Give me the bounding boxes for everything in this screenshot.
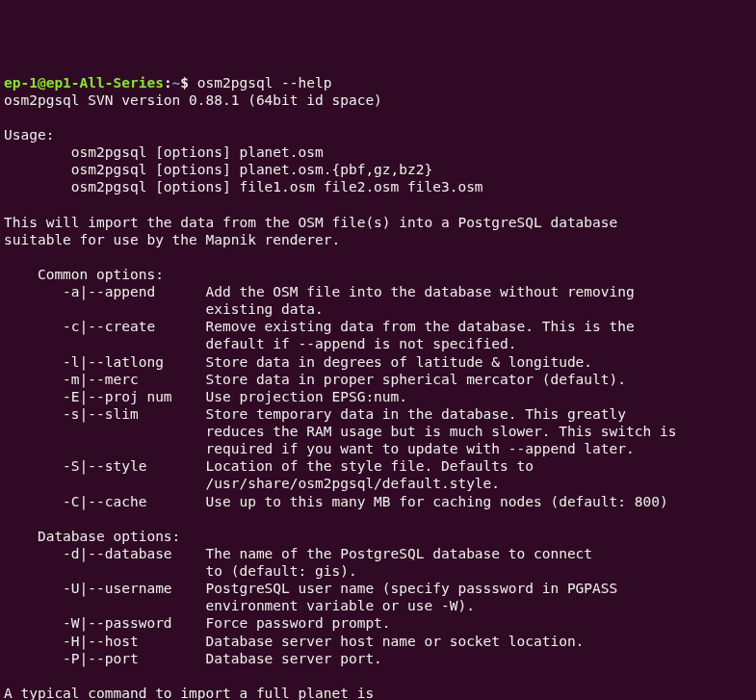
line-opt-slim2: reduces the RAM usage but is much slower… <box>4 424 676 439</box>
command-input[interactable]: osm2pgsql --help <box>197 75 332 91</box>
line-opt-host: -H|--host Database server host name or s… <box>4 634 584 649</box>
line-typical1: A typical command to import a full plane… <box>4 686 374 700</box>
line-opt-proj: -E|--proj num Use projection EPSG:num. <box>4 389 407 404</box>
line-usage2: osm2pgsql [options] planet.osm.{pbf,gz,b… <box>4 162 432 177</box>
line-usage3: osm2pgsql [options] file1.osm file2.osm … <box>4 179 483 194</box>
prompt-sep2: $ <box>180 75 196 91</box>
line-opt-user1: -U|--username PostgreSQL user name (spec… <box>4 581 617 596</box>
line-desc1: This will import the data from the OSM f… <box>4 215 617 230</box>
line-opt-slim3: required if you want to update with --ap… <box>4 441 635 456</box>
line-opt-style1: -S|--style Location of the style file. D… <box>4 458 534 474</box>
line-common-header: Common options: <box>4 267 164 282</box>
line-opt-port: -P|--port Database server port. <box>4 651 382 666</box>
line-opt-db1: -d|--database The name of the PostgreSQL… <box>4 546 592 561</box>
line-opt-cache: -C|--cache Use up to this many MB for ca… <box>4 494 668 509</box>
line-opt-append1: -a|--append Add the OSM file into the da… <box>4 284 635 299</box>
line-opt-db2: to (default: gis). <box>4 563 357 579</box>
line-opt-slim1: -s|--slim Store temporary data in the da… <box>4 406 626 422</box>
line-usage1: osm2pgsql [options] planet.osm <box>4 144 324 160</box>
prompt-sep1: : <box>164 75 172 91</box>
line-opt-user2: environment variable or use -W). <box>4 598 475 613</box>
line-opt-create1: -c|--create Remove existing data from th… <box>4 319 635 334</box>
line-desc2: suitable for use by the Mapnik renderer. <box>4 232 340 247</box>
line-opt-latlong: -l|--latlong Store data in degrees of la… <box>4 354 592 370</box>
line-version: osm2pgsql SVN version 0.88.1 (64bit id s… <box>4 92 382 108</box>
line-db-header: Database options: <box>4 529 180 544</box>
line-opt-merc: -m|--merc Store data in proper spherical… <box>4 372 626 387</box>
line-opt-create2: default if --append is not specified. <box>4 336 517 351</box>
line-opt-pass: -W|--password Force password prompt. <box>4 615 391 631</box>
line-usage-header: Usage: <box>4 127 54 143</box>
prompt-user-host: ep-1@ep1-All-Series <box>4 75 164 91</box>
line-opt-style2: /usr/share/osm2pgsql/default.style. <box>4 476 500 491</box>
line-opt-append2: existing data. <box>4 301 324 317</box>
